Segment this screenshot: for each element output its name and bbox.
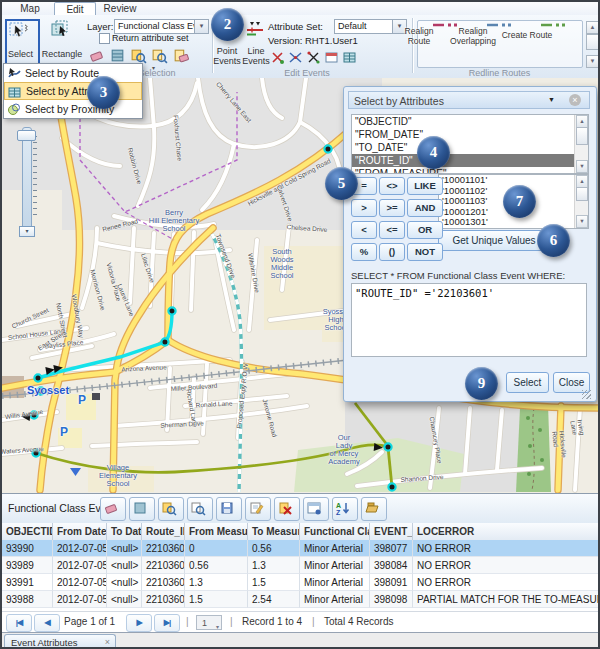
page-prev-button[interactable]: ◀ bbox=[34, 614, 60, 632]
operator-button-<=[interactable]: <= bbox=[379, 221, 405, 239]
snap-event-icon[interactable] bbox=[306, 50, 323, 67]
ribbon-scroll-up[interactable]: ▲ bbox=[586, 21, 599, 34]
dialog-dropdown-icon[interactable]: ▼ bbox=[548, 96, 555, 103]
version-label: Version: RHT1.User1 bbox=[268, 35, 358, 46]
scroll-thumb[interactable] bbox=[576, 187, 588, 201]
column-header-to-measure[interactable]: To Measure bbox=[248, 523, 300, 540]
save-button[interactable] bbox=[216, 497, 242, 521]
rectangle-button[interactable]: Rectangle bbox=[40, 49, 84, 59]
operator-button-LIKE[interactable]: LIKE bbox=[407, 177, 443, 195]
value-item[interactable]: '10001101' bbox=[439, 175, 575, 186]
page-number-select[interactable]: 1▾ bbox=[196, 615, 222, 630]
map-zoom-slider-track[interactable] bbox=[22, 127, 32, 234]
column-header-from-date[interactable]: From Date bbox=[53, 523, 107, 540]
table-row[interactable]: 939892012-07-05<null>221036010.561.3Mino… bbox=[2, 557, 598, 574]
column-header-event-id[interactable]: EVENT_ID bbox=[370, 523, 413, 540]
delete-record-button[interactable] bbox=[274, 497, 300, 521]
merge-event-icon[interactable] bbox=[288, 50, 305, 67]
field-item[interactable]: "FROM_DATE" bbox=[352, 128, 575, 141]
menu-item-select-by-route[interactable]: Select by Route bbox=[4, 64, 142, 82]
edit-record-button[interactable] bbox=[245, 497, 271, 521]
create-route-button[interactable]: Create Route bbox=[527, 16, 579, 59]
scroll-down-icon[interactable]: ▼ bbox=[576, 160, 588, 173]
field-item[interactable]: "TO_DATE" bbox=[352, 141, 575, 154]
column-header-locerror[interactable]: LOCERROR bbox=[413, 523, 600, 540]
table-row[interactable]: 939912012-07-05<null>221036011.31.5Minor… bbox=[2, 574, 598, 591]
column-header-from-measure[interactable]: From Measure bbox=[185, 523, 248, 540]
table-cell: 0 bbox=[185, 540, 248, 557]
sort-az-button[interactable]: AZ bbox=[332, 497, 358, 521]
field-list-scrollbar[interactable]: ▲ ▼ bbox=[574, 115, 588, 173]
get-unique-values-button[interactable]: Get Unique Values bbox=[438, 230, 550, 251]
table-cell: NO ERROR bbox=[413, 574, 600, 591]
map-zoom-slider-handle[interactable] bbox=[17, 130, 36, 141]
field-list[interactable]: "OBJECTID""FROM_DATE""TO_DATE""ROUTE_ID"… bbox=[351, 114, 589, 174]
operator-button->=[interactable]: >= bbox=[379, 199, 405, 217]
menu-item-select-by-attributes[interactable]: Select by Attributes bbox=[4, 82, 142, 100]
callout-5: 5 bbox=[325, 167, 358, 200]
where-clause-input[interactable]: "ROUTE_ID" ='22103601' bbox=[351, 283, 587, 357]
operator-button-<>[interactable]: <> bbox=[379, 177, 405, 195]
field-item[interactable]: "ROUTE_ID" bbox=[352, 154, 575, 167]
table-row[interactable]: 939902012-07-05<null>2210360100.56Minor … bbox=[2, 540, 598, 557]
operator-button-%[interactable]: % bbox=[351, 243, 377, 261]
field-item[interactable]: "OBJECTID" bbox=[352, 115, 575, 128]
ribbon-scroll-thumb[interactable] bbox=[586, 34, 599, 50]
operator-button-AND[interactable]: AND bbox=[407, 199, 443, 217]
clear-selection-eraser-icon[interactable] bbox=[88, 47, 105, 64]
line-events-icon[interactable] bbox=[246, 20, 264, 38]
attribute-set-combobox[interactable]: Default bbox=[334, 19, 397, 34]
zoom-to-selected-button[interactable] bbox=[158, 497, 184, 521]
operator-button-OR[interactable]: OR bbox=[407, 221, 443, 239]
page-first-button[interactable]: |◀ bbox=[6, 614, 32, 632]
open-attribute-set-button[interactable] bbox=[361, 497, 387, 521]
map-label: Our Lady of Mercy Academy bbox=[328, 434, 359, 466]
split-event-icon[interactable] bbox=[270, 50, 287, 67]
window-tab-map[interactable]: Map bbox=[10, 2, 50, 14]
column-header-route-id[interactable]: Route_ID bbox=[142, 523, 185, 540]
field-item[interactable]: "FROM_MEASURE" bbox=[352, 167, 575, 174]
select-tool-icon[interactable] bbox=[9, 21, 29, 41]
layer-combobox-arrow[interactable]: ▾ bbox=[194, 19, 209, 34]
layer-combobox[interactable]: Functional Class Event bbox=[114, 19, 199, 34]
dialog-close-icon[interactable]: × bbox=[569, 94, 581, 106]
return-attribute-set-checkbox[interactable] bbox=[99, 33, 110, 44]
values-list-scrollbar[interactable]: ▲ ▼ bbox=[574, 175, 588, 228]
zoom-to-record-button[interactable] bbox=[187, 497, 213, 521]
table-cell: 0.56 bbox=[185, 557, 248, 574]
page-next-button[interactable]: ▶ bbox=[126, 614, 152, 632]
dialog-resize-grip[interactable] bbox=[582, 390, 591, 399]
event-attributes-tab[interactable]: Event Attributes × bbox=[4, 634, 116, 649]
table-cell: 22103601 bbox=[142, 591, 185, 608]
column-header-functional-class[interactable]: Functional Class bbox=[300, 523, 370, 540]
column-header-objectid[interactable]: OBJECTID bbox=[2, 523, 53, 540]
clear-results-icon[interactable] bbox=[172, 47, 189, 64]
attribute-window-button[interactable] bbox=[303, 497, 329, 521]
event-panel-icon[interactable] bbox=[324, 50, 341, 67]
operator-button->[interactable]: > bbox=[351, 199, 377, 217]
attribute-table-icon[interactable] bbox=[109, 47, 126, 64]
map-zoom-slider-bottom[interactable]: ▾ bbox=[19, 226, 35, 237]
page-last-button[interactable]: ▶| bbox=[154, 614, 180, 632]
select-all-button[interactable] bbox=[129, 497, 155, 521]
operator-button-()[interactable]: () bbox=[379, 243, 405, 261]
rectangle-tool-icon[interactable] bbox=[51, 20, 72, 41]
menu-item-select-by-proximity[interactable]: Select by Proximity bbox=[4, 100, 142, 118]
select-button[interactable]: Select bbox=[5, 49, 36, 59]
scroll-thumb[interactable] bbox=[576, 127, 588, 145]
zoom-to-page-icon[interactable] bbox=[151, 47, 168, 64]
ribbon-scroll-down[interactable]: ▼ bbox=[586, 55, 599, 68]
column-header-to-date[interactable]: To Date bbox=[107, 523, 142, 540]
window-tab-review[interactable]: Review bbox=[96, 2, 144, 14]
operator-button-<[interactable]: < bbox=[351, 221, 377, 239]
operator-button-NOT[interactable]: NOT bbox=[407, 243, 443, 261]
window-tab-edit[interactable]: Edit bbox=[54, 2, 96, 15]
scroll-down-icon[interactable]: ▼ bbox=[576, 215, 588, 228]
eraser-button[interactable] bbox=[100, 497, 126, 521]
zoom-to-selected-icon[interactable] bbox=[130, 47, 147, 64]
table-row[interactable]: 939882012-07-05<null>221036011.52.54Mino… bbox=[2, 591, 598, 608]
event-grid-icon[interactable] bbox=[342, 50, 359, 67]
table-cell: 22103601 bbox=[142, 574, 185, 591]
tab-close-icon[interactable]: × bbox=[105, 635, 110, 649]
select-query-button[interactable]: Select bbox=[506, 372, 549, 393]
